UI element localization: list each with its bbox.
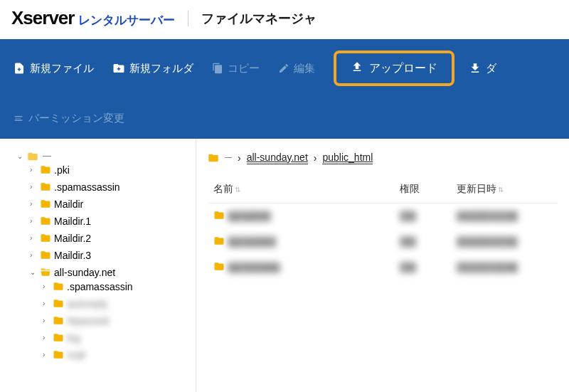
col-name-header[interactable]: 名前⇅ bbox=[208, 176, 394, 203]
copy-icon bbox=[212, 63, 223, 74]
tree-item[interactable]: ›.spamassassin bbox=[30, 181, 191, 193]
sort-icon: ⇅ bbox=[235, 186, 240, 194]
breadcrumb-sep: › bbox=[238, 152, 241, 164]
tree-item[interactable]: ›autoreply bbox=[43, 298, 191, 309]
file-name: wp-content bbox=[228, 236, 276, 248]
chevron-right-icon: › bbox=[30, 251, 37, 259]
folder-icon bbox=[53, 282, 64, 291]
table-row[interactable]: wp-admin7554/12/23 11:38 bbox=[208, 203, 558, 229]
tree-item[interactable]: ⌄all-sunday.net bbox=[30, 267, 191, 278]
col-date-header[interactable]: 更新日時⇅ bbox=[451, 176, 558, 203]
folder-icon bbox=[208, 153, 219, 163]
table-row[interactable]: wp-content7554/12/23 07:01 bbox=[208, 229, 558, 255]
chevron-right-icon: › bbox=[30, 200, 37, 208]
tree-item-label: log bbox=[67, 332, 80, 344]
tree-item[interactable]: ›Maildir.1 bbox=[30, 216, 191, 227]
copy-label: コピー bbox=[228, 62, 260, 75]
file-date: 7/11/12 10:48 bbox=[457, 262, 518, 273]
download-label: ダ bbox=[486, 62, 496, 75]
folder-icon bbox=[40, 216, 51, 226]
file-table: 名前⇅ 権限 更新日時⇅ wp-admin7554/12/23 11:38 wp… bbox=[208, 176, 558, 280]
folder-icon bbox=[213, 211, 225, 220]
file-plus-icon bbox=[13, 62, 26, 75]
sidebar-tree[interactable]: ⌄ ›.pki›.spamassassin›Maildir›Maildir.1›… bbox=[0, 139, 196, 393]
tree-item[interactable]: ›Maildir.3 bbox=[30, 250, 191, 261]
folder-icon bbox=[53, 316, 64, 325]
new-folder-label: 新規フォルダ bbox=[129, 62, 193, 75]
brand-main: Xserver bbox=[11, 7, 74, 29]
tree-item[interactable]: ›.pki bbox=[30, 164, 191, 176]
tree-item[interactable]: ›log bbox=[43, 332, 191, 344]
file-name: wp-includes bbox=[228, 262, 280, 273]
tree-item-label: autoreply bbox=[67, 298, 108, 309]
chevron-right-icon: › bbox=[30, 217, 37, 225]
chevron-down-icon: ⌄ bbox=[17, 152, 24, 160]
folder-icon bbox=[40, 199, 51, 208]
copy-button: コピー bbox=[212, 62, 260, 75]
upload-icon bbox=[351, 60, 363, 76]
breadcrumb-sep: › bbox=[314, 152, 317, 164]
tree-item-label: Maildir bbox=[54, 198, 83, 210]
new-file-label: 新規ファイル bbox=[30, 62, 94, 75]
folder-icon bbox=[53, 350, 64, 359]
breadcrumb: › all-sunday.net › public_html bbox=[208, 149, 558, 176]
col-perm-header[interactable]: 権限 bbox=[394, 176, 451, 203]
new-folder-button[interactable]: 新規フォルダ bbox=[112, 62, 193, 75]
chevron-right-icon: › bbox=[43, 317, 50, 324]
header-bar: Xserver レンタルサーバー ファイルマネージャ bbox=[0, 0, 569, 39]
tree-item-label: htpasswd bbox=[67, 315, 109, 327]
file-name: wp-admin bbox=[228, 211, 271, 222]
tree-item-label: .spamassassin bbox=[54, 181, 120, 193]
chevron-right-icon: › bbox=[30, 234, 37, 242]
tree-item-label: all-sunday.net bbox=[54, 267, 115, 278]
file-perm: 755 bbox=[400, 211, 416, 222]
brand: Xserver レンタルサーバー bbox=[11, 7, 175, 29]
folder-icon bbox=[213, 262, 225, 271]
file-perm: 755 bbox=[400, 236, 416, 248]
permission-label: パーミッション変更 bbox=[28, 112, 124, 125]
tree-item[interactable]: ›htpasswd bbox=[43, 315, 191, 327]
toolbar: 新規ファイル 新規フォルダ コピー 編集 アップロード ダ bbox=[0, 39, 569, 139]
chevron-right-icon: › bbox=[30, 183, 37, 191]
tree-item[interactable]: ›Maildir bbox=[30, 198, 191, 210]
upload-button[interactable]: アップロード bbox=[334, 51, 454, 86]
header-divider bbox=[188, 11, 188, 26]
folder-icon bbox=[213, 236, 225, 245]
folder-icon bbox=[40, 250, 51, 260]
download-button[interactable]: ダ bbox=[469, 62, 496, 75]
pencil-icon bbox=[278, 63, 289, 74]
tree-item[interactable]: ›.spamassassin bbox=[43, 281, 191, 292]
tree-root[interactable]: ⌄ bbox=[17, 152, 191, 161]
tree-item-label: mail bbox=[67, 349, 85, 361]
new-file-button[interactable]: 新規ファイル bbox=[13, 62, 94, 75]
breadcrumb-seg1[interactable]: all-sunday.net bbox=[247, 152, 308, 164]
chevron-right-icon: › bbox=[43, 334, 50, 341]
tree-item-label: Maildir.1 bbox=[54, 216, 91, 227]
tree-item[interactable]: ›Maildir.2 bbox=[30, 233, 191, 244]
file-perm: 755 bbox=[400, 262, 416, 273]
tree-item-label: Maildir.3 bbox=[54, 250, 91, 261]
folder-icon bbox=[40, 165, 51, 174]
upload-label: アップロード bbox=[369, 61, 437, 76]
download-icon bbox=[469, 62, 482, 75]
permission-button: パーミッション変更 bbox=[13, 112, 124, 125]
chevron-right-icon: › bbox=[43, 351, 50, 359]
tree-item-label: .spamassassin bbox=[67, 281, 133, 292]
brand-sub: レンタルサーバー bbox=[78, 12, 175, 28]
sort-icon: ⇅ bbox=[498, 186, 504, 194]
tree-item-label: .pki bbox=[54, 164, 70, 176]
chevron-right-icon: › bbox=[30, 166, 37, 174]
folder-icon bbox=[40, 182, 51, 191]
breadcrumb-seg2[interactable]: public_html bbox=[322, 152, 373, 164]
tree-item-label: Maildir.2 bbox=[54, 233, 91, 244]
chevron-down-icon: ⌄ bbox=[30, 268, 37, 276]
chevron-right-icon: › bbox=[43, 300, 50, 307]
table-row[interactable]: wp-includes7557/11/12 10:48 bbox=[208, 255, 558, 280]
file-date: 4/12/23 11:38 bbox=[457, 211, 518, 222]
folder-icon bbox=[40, 233, 51, 243]
edit-label: 編集 bbox=[294, 62, 315, 75]
file-date: 4/12/23 07:01 bbox=[457, 236, 518, 248]
folder-plus-icon bbox=[112, 62, 125, 75]
permission-icon bbox=[13, 113, 24, 125]
tree-item[interactable]: ›mail bbox=[43, 349, 191, 361]
